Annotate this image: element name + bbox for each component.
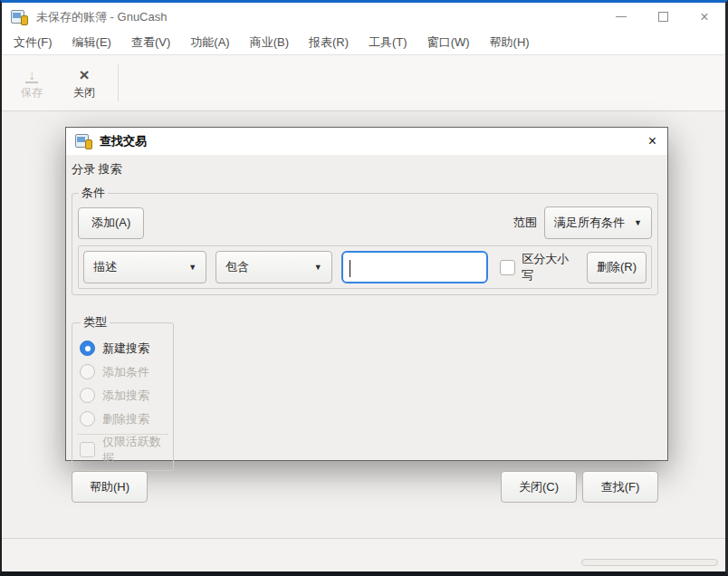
chevron-down-icon: ▼ bbox=[634, 218, 642, 227]
type-legend: 类型 bbox=[81, 314, 110, 331]
case-sensitive-checkbox[interactable] bbox=[500, 260, 515, 275]
field-dropdown-value: 描述 bbox=[93, 259, 117, 275]
operator-dropdown-value: 包含 bbox=[225, 259, 249, 275]
radio-label: 新建搜索 bbox=[102, 341, 149, 357]
window-titlebar: 未保存的账簿 - GnuCash × bbox=[2, 3, 725, 31]
menubar: 文件(F) 编辑(E) 查看(V) 功能(A) 商业(B) 报表(R) 工具(T… bbox=[2, 31, 725, 55]
dialog-app-icon bbox=[75, 133, 92, 149]
menu-file[interactable]: 文件(F) bbox=[4, 31, 62, 54]
toolbar-separator bbox=[118, 64, 119, 101]
find-button[interactable]: 查找(F) bbox=[582, 471, 658, 503]
range-label: 范围 bbox=[513, 215, 537, 231]
radio-label: 删除搜索 bbox=[102, 411, 149, 427]
chevron-down-icon: ▼ bbox=[188, 263, 196, 272]
menu-edit[interactable]: 编辑(E) bbox=[62, 31, 121, 54]
operator-dropdown[interactable]: 包含 ▼ bbox=[216, 251, 331, 283]
gnucash-app-icon bbox=[11, 9, 28, 25]
toolbar-save-label: 保存 bbox=[21, 85, 43, 101]
maximize-button[interactable] bbox=[642, 3, 684, 31]
active-only-checkbox bbox=[80, 442, 95, 457]
range-dropdown[interactable]: 满足所有条件 ▼ bbox=[544, 206, 652, 239]
dialog-close-action-button[interactable]: 关闭(C) bbox=[501, 471, 577, 503]
toolbar: ↓ 保存 × 关闭 bbox=[2, 55, 725, 111]
search-text-input[interactable] bbox=[341, 251, 489, 283]
close-button[interactable]: × bbox=[684, 3, 725, 31]
field-dropdown[interactable]: 描述 ▼ bbox=[83, 251, 206, 283]
menu-business[interactable]: 商业(B) bbox=[240, 31, 299, 54]
window-title: 未保存的账簿 - GnuCash bbox=[36, 9, 600, 25]
menu-view[interactable]: 查看(V) bbox=[121, 31, 180, 54]
range-dropdown-value: 满足所有条件 bbox=[554, 215, 625, 231]
range-group: 范围 满足所有条件 ▼ bbox=[513, 206, 652, 239]
toolbar-close-label: 关闭 bbox=[73, 85, 95, 101]
criteria-legend: 条件 bbox=[79, 185, 108, 201]
minimize-icon bbox=[616, 16, 627, 17]
dialog-body: 分录 搜索 条件 添加(A) 范围 满足所有条件 ▼ bbox=[66, 155, 667, 512]
split-search-label: 分录 搜索 bbox=[72, 161, 658, 178]
case-sensitive-group: 区分大小写 bbox=[500, 251, 580, 283]
radio-icon bbox=[80, 411, 95, 427]
statusbar bbox=[2, 538, 725, 571]
text-cursor bbox=[350, 260, 350, 277]
radio-label: 添加搜索 bbox=[102, 388, 149, 404]
menu-windows[interactable]: 窗口(W) bbox=[417, 31, 480, 54]
active-only-option: 仅限活跃数据 bbox=[80, 439, 166, 460]
minimize-button[interactable] bbox=[600, 3, 642, 31]
close-tab-icon: × bbox=[79, 65, 89, 83]
criteria-group: 条件 添加(A) 范围 满足所有条件 ▼ 描述 ▼ bbox=[72, 185, 658, 295]
window-controls: × bbox=[600, 3, 725, 31]
menu-actions[interactable]: 功能(A) bbox=[180, 31, 239, 54]
radio-icon bbox=[80, 364, 95, 379]
remove-criterion-button[interactable]: 删除(R) bbox=[587, 252, 647, 283]
dialog-title: 查找交易 bbox=[100, 133, 648, 149]
chevron-down-icon: ▼ bbox=[314, 263, 322, 272]
radio-refine-search: 添加条件 bbox=[80, 361, 166, 382]
menu-reports[interactable]: 报表(R) bbox=[299, 31, 359, 54]
help-button[interactable]: 帮助(H) bbox=[72, 471, 148, 503]
find-transactions-dialog: 查找交易 × 分录 搜索 条件 添加(A) 范围 满足所有条件 ▼ bbox=[65, 127, 668, 461]
radio-add-search: 添加搜索 bbox=[80, 385, 166, 406]
search-type-group: 类型 新建搜索 添加条件 添加搜索 删除搜索 bbox=[72, 314, 174, 471]
radio-icon bbox=[80, 341, 95, 356]
close-icon: × bbox=[700, 10, 708, 24]
maximize-icon bbox=[658, 12, 668, 22]
gnucash-main-window: 未保存的账簿 - GnuCash × 文件(F) 编辑(E) 查看(V) 功能(… bbox=[0, 0, 728, 576]
radio-new-search[interactable]: 新建搜索 bbox=[80, 338, 166, 359]
menu-help[interactable]: 帮助(H) bbox=[480, 31, 540, 54]
case-sensitive-label: 区分大小写 bbox=[522, 251, 580, 283]
criteria-toolbar-row: 添加(A) 范围 满足所有条件 ▼ bbox=[78, 206, 652, 239]
dialog-titlebar: 查找交易 × bbox=[66, 128, 667, 155]
criteria-list-frame: 描述 ▼ 包含 ▼ 区分大小写 删除(R) bbox=[78, 245, 652, 289]
radio-delete-search: 删除搜索 bbox=[80, 408, 166, 429]
radio-label: 添加条件 bbox=[102, 364, 149, 380]
toolbar-close-button[interactable]: × 关闭 bbox=[58, 60, 110, 106]
dialog-close-button[interactable]: × bbox=[648, 134, 656, 149]
active-only-label: 仅限活跃数据 bbox=[102, 434, 166, 466]
add-criterion-button[interactable]: 添加(A) bbox=[78, 207, 144, 239]
radio-icon bbox=[80, 388, 95, 403]
progress-bar bbox=[581, 559, 718, 566]
menu-tools[interactable]: 工具(T) bbox=[359, 31, 417, 54]
save-icon: ↓ bbox=[25, 65, 38, 83]
dialog-footer: 帮助(H) 关闭(C) 查找(F) bbox=[72, 471, 658, 504]
toolbar-save-button: ↓ 保存 bbox=[5, 60, 58, 106]
